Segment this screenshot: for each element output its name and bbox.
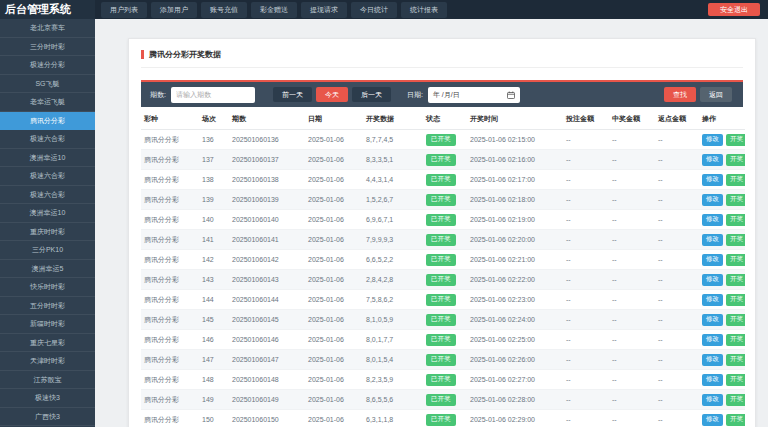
sidebar-item[interactable]: 江苏骰宝 (0, 371, 95, 390)
cell-period: 202501060144 (229, 290, 305, 310)
sidebar-item[interactable]: 澳洲幸运10 (0, 149, 95, 168)
sidebar-item[interactable]: 五分时时彩 (0, 297, 95, 316)
cell-period: 202501060138 (229, 170, 305, 190)
edit-button[interactable]: 修改 (702, 234, 723, 246)
sidebar-item[interactable]: 腾讯分分彩 (0, 112, 95, 131)
cell-status: 已开奖 (423, 330, 467, 350)
sidebar-item[interactable]: 天津时时彩 (0, 352, 95, 371)
edit-button[interactable]: 修改 (702, 374, 723, 386)
edit-button[interactable]: 修改 (702, 274, 723, 286)
cell-actions: 修改开奖 (699, 310, 745, 330)
next-day-button[interactable]: 后一天 (352, 87, 391, 102)
draw-button[interactable]: 开奖 (726, 214, 745, 226)
column-header: 开奖时间 (467, 109, 563, 130)
table-row: 腾讯分分彩1452025010601452025-01-068,1,0,5,9已… (141, 310, 745, 330)
today-button[interactable]: 今天 (316, 87, 348, 102)
sidebar-item[interactable]: 澳洲幸运5 (0, 260, 95, 279)
draw-button[interactable]: 开奖 (726, 334, 745, 346)
sidebar-item[interactable]: 快乐时时彩 (0, 278, 95, 297)
sidebar-item[interactable]: 三分时时彩 (0, 38, 95, 57)
sidebar-item[interactable]: 重庆时时彩 (0, 223, 95, 242)
draw-button[interactable]: 开奖 (726, 254, 745, 266)
nav-item[interactable]: 添加用户 (151, 2, 197, 18)
cell-rebate-amount: -- (655, 330, 699, 350)
sidebar-item[interactable]: 老幸运飞艇 (0, 93, 95, 112)
draw-button[interactable]: 开奖 (726, 234, 745, 246)
edit-button[interactable]: 修改 (702, 334, 723, 346)
cell-rebate-amount: -- (655, 290, 699, 310)
cell-status: 已开奖 (423, 270, 467, 290)
cell-session: 141 (199, 230, 229, 250)
edit-button[interactable]: 修改 (702, 314, 723, 326)
table-row: 腾讯分分彩1442025010601442025-01-067,5,8,6,2已… (141, 290, 745, 310)
edit-button[interactable]: 修改 (702, 294, 723, 306)
table-row: 腾讯分分彩1402025010601402025-01-066,9,6,7,1已… (141, 210, 745, 230)
sidebar-item[interactable]: 极速六合彩 (0, 167, 95, 186)
edit-button[interactable]: 修改 (702, 194, 723, 206)
cell-period: 202501060139 (229, 190, 305, 210)
cell-draw-time: 2025-01-06 02:22:00 (467, 270, 563, 290)
sidebar-item[interactable]: 极速六合彩 (0, 186, 95, 205)
cell-numbers: 6,3,1,1,8 (363, 410, 423, 427)
nav-item[interactable]: 用户列表 (101, 2, 147, 18)
edit-button[interactable]: 修改 (702, 154, 723, 166)
cell-win-amount: -- (609, 350, 655, 370)
draw-button[interactable]: 开奖 (726, 134, 745, 146)
cell-win-amount: -- (609, 310, 655, 330)
sidebar-item[interactable]: 三分PK10 (0, 241, 95, 260)
table-row: 腾讯分分彩1362025010601362025-01-068,7,7,4,5已… (141, 130, 745, 150)
sidebar-item[interactable]: 老北京赛车 (0, 19, 95, 38)
cell-rebate-amount: -- (655, 310, 699, 330)
edit-button[interactable]: 修改 (702, 134, 723, 146)
draw-button[interactable]: 开奖 (726, 354, 745, 366)
edit-button[interactable]: 修改 (702, 254, 723, 266)
cell-bet-amount: -- (563, 410, 609, 427)
cell-bet-amount: -- (563, 390, 609, 410)
nav-item[interactable]: 提现请求 (301, 2, 347, 18)
sidebar-item[interactable]: 极速分分彩 (0, 56, 95, 75)
draw-button[interactable]: 开奖 (726, 394, 745, 406)
cell-period: 202501060143 (229, 270, 305, 290)
cell-date: 2025-01-06 (305, 330, 363, 350)
cell-session: 136 (199, 130, 229, 150)
nav-item[interactable]: 账号充值 (201, 2, 247, 18)
sidebar-item[interactable]: SG飞艇 (0, 75, 95, 94)
cell-period: 202501060142 (229, 250, 305, 270)
draw-button[interactable]: 开奖 (726, 414, 745, 426)
sidebar-item[interactable]: 极速六合彩 (0, 130, 95, 149)
cell-win-amount: -- (609, 330, 655, 350)
prev-day-button[interactable]: 前一天 (273, 87, 312, 102)
column-header: 开奖数据 (363, 109, 423, 130)
cell-actions: 修改开奖 (699, 350, 745, 370)
cell-draw-time: 2025-01-06 02:17:00 (467, 170, 563, 190)
cell-session: 137 (199, 150, 229, 170)
sidebar-item[interactable]: 澳洲幸运10 (0, 204, 95, 223)
edit-button[interactable]: 修改 (702, 174, 723, 186)
draw-button[interactable]: 开奖 (726, 174, 745, 186)
cell-date: 2025-01-06 (305, 190, 363, 210)
sidebar-item[interactable]: 极速快3 (0, 389, 95, 408)
edit-button[interactable]: 修改 (702, 394, 723, 406)
logout-button[interactable]: 安全退出 (708, 3, 760, 16)
draw-button[interactable]: 开奖 (726, 154, 745, 166)
nav-item[interactable]: 统计报表 (401, 2, 447, 18)
cell-session: 149 (199, 390, 229, 410)
draw-button[interactable]: 开奖 (726, 274, 745, 286)
draw-button[interactable]: 开奖 (726, 314, 745, 326)
draw-button[interactable]: 开奖 (726, 374, 745, 386)
edit-button[interactable]: 修改 (702, 414, 723, 426)
sidebar-item[interactable]: 重庆七星彩 (0, 334, 95, 353)
draw-button[interactable]: 开奖 (726, 194, 745, 206)
period-input[interactable] (171, 87, 255, 103)
sidebar-item[interactable]: 广西快3 (0, 408, 95, 427)
edit-button[interactable]: 修改 (702, 354, 723, 366)
nav-item[interactable]: 今日统计 (351, 2, 397, 18)
search-button[interactable]: 查找 (664, 87, 696, 102)
back-button[interactable]: 返回 (700, 87, 732, 102)
cell-date: 2025-01-06 (305, 350, 363, 370)
nav-item[interactable]: 彩金赠送 (251, 2, 297, 18)
date-input[interactable]: 年 /月/日 (428, 87, 520, 103)
draw-button[interactable]: 开奖 (726, 294, 745, 306)
edit-button[interactable]: 修改 (702, 214, 723, 226)
sidebar-item[interactable]: 新疆时时彩 (0, 315, 95, 334)
